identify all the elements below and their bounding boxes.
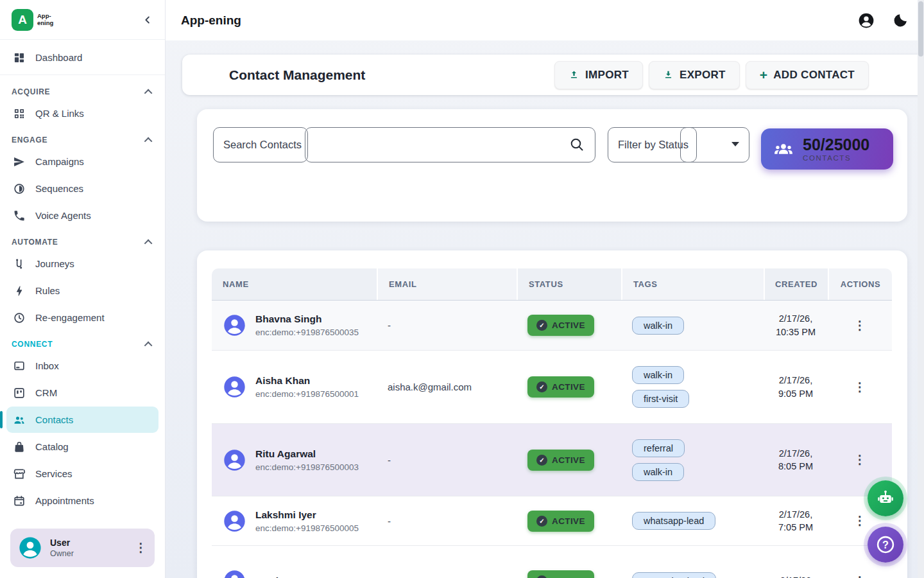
created-time: 8:05 PM (778, 460, 813, 473)
sidebar-item-contacts[interactable]: Contacts (6, 407, 158, 433)
tag-pill: whatsapp-lead (632, 512, 715, 530)
help-glyph: ? (882, 539, 889, 550)
sidebar-item-label: CRM (35, 387, 57, 398)
created-date: 2/17/26, (779, 374, 812, 387)
column-header-actions: ACTIONS (828, 268, 892, 300)
cell-status: ✓ACTIVE (517, 315, 621, 336)
cell-name: Aisha Khanenc:demo:+919876500001 (212, 375, 377, 399)
scrollbar-thumb[interactable] (918, 1, 923, 57)
cell-actions: ⋮ (828, 383, 892, 391)
phone-icon (13, 209, 26, 222)
sidebar-item-campaigns[interactable]: Campaigns (6, 148, 158, 175)
status-badge: ✓ACTIVE (527, 315, 594, 336)
sidebar-item-rules[interactable]: Rules (6, 277, 158, 304)
sidebar-item-crm[interactable]: CRM (6, 380, 158, 406)
contact-name: Ritu Agarwal (255, 448, 359, 460)
assistant-bot-fab[interactable] (868, 480, 903, 516)
sidebar-item-appointments[interactable]: Appointments (6, 487, 158, 514)
user-role: Owner (50, 549, 74, 558)
sidebar-item-sequences[interactable]: Sequences (6, 175, 158, 202)
status-label: ACTIVE (552, 382, 585, 392)
sidebar-item-catalog[interactable]: Catalog (6, 434, 158, 460)
table-row[interactable]: Ritu Agarwalenc:demo:+919876500003-✓ACTI… (212, 423, 892, 496)
chevron-up-icon (144, 239, 153, 247)
cell-status: ✓ACTIVE (517, 450, 621, 471)
cell-email: - (377, 516, 517, 527)
download-icon (663, 69, 674, 80)
user-avatar (18, 536, 42, 560)
sidebar-collapse-icon[interactable] (142, 14, 153, 26)
row-actions-menu-icon[interactable]: ⋮ (854, 322, 866, 329)
row-actions-menu-icon[interactable]: ⋮ (854, 517, 866, 525)
import-button[interactable]: IMPORT (554, 61, 643, 89)
cell-email: - (377, 455, 517, 466)
sidebar-item-re-engagement[interactable]: Re-engagement (6, 304, 158, 331)
contact-avatar-icon (223, 375, 246, 399)
status-label: ACTIVE (552, 455, 585, 465)
app-logo-icon: A (12, 9, 33, 31)
sidebar-item-label: Sequences (35, 183, 83, 194)
sidebar-item-services[interactable]: Services (6, 460, 158, 487)
contacts-count-badge: 50/25000 CONTACTS (761, 128, 893, 170)
row-actions-menu-icon[interactable]: ⋮ (854, 456, 866, 464)
upload-icon (569, 69, 579, 80)
cell-tags: whatsapp-lead (621, 512, 764, 530)
user-menu-icon[interactable]: ⋮ (135, 544, 147, 552)
sidebar-item-dashboard[interactable]: Dashboard (6, 44, 158, 71)
help-fab[interactable]: ? (868, 527, 903, 563)
page-title: App-ening (181, 13, 241, 28)
sidebar-section-connect[interactable]: CONNECT (0, 331, 165, 352)
sidebar-item-voice-agents[interactable]: Voice Agents (6, 202, 158, 229)
table-body: Bhavna Singhenc:demo:+919876500035-✓ACTI… (212, 301, 892, 578)
sidebar-item-label: Campaigns (35, 156, 84, 167)
contact-avatar-icon (223, 448, 246, 472)
dashboard-icon (13, 51, 26, 64)
table-row[interactable]: Bhavna Singhenc:demo:+919876500035-✓ACTI… (212, 301, 892, 350)
sidebar-item-label: Rules (35, 285, 60, 296)
sidebar-item-label: Services (35, 468, 73, 479)
app-logo-line2: ening (37, 20, 53, 27)
search-icon[interactable] (569, 137, 585, 155)
account-icon[interactable] (858, 12, 875, 29)
contact-phone: enc:demo:+919876500005 (255, 523, 359, 533)
sidebar-item-label: Dashboard (35, 52, 82, 63)
dark-mode-moon-icon[interactable] (893, 12, 909, 28)
column-header-name: NAME (212, 268, 377, 300)
sidebar-section-automate[interactable]: AUTOMATE (0, 229, 165, 250)
cell-name: Jyoti Rawat (212, 569, 377, 578)
people-icon (13, 414, 26, 426)
export-button[interactable]: EXPORT (649, 61, 740, 89)
status-badge: ✓ACTIVE (527, 511, 594, 532)
search-input-label: Search Contacts (223, 127, 302, 162)
sidebar-item-journeys[interactable]: Journeys (6, 250, 158, 277)
user-name: User (50, 538, 74, 548)
sidebar-item-label: Contacts (35, 414, 73, 425)
table-row[interactable]: Aisha Khanenc:demo:+919876500001aisha.k@… (212, 350, 892, 423)
clock-icon (13, 311, 26, 324)
add-contact-button[interactable]: + ADD CONTACT (746, 61, 869, 89)
contact-name: Bhavna Singh (255, 313, 359, 325)
sidebar-section-engage[interactable]: ENGAGE (0, 127, 165, 148)
row-actions-menu-icon[interactable]: ⋮ (854, 383, 866, 391)
cell-actions: ⋮ (828, 322, 892, 329)
status-filter-select[interactable]: Filter by Status (608, 127, 749, 162)
plus-icon: + (760, 68, 768, 82)
sidebar-item-qr-links[interactable]: QR & Links (6, 100, 158, 127)
search-input-outline (305, 127, 595, 162)
table-row[interactable]: Lakshmi Iyerenc:demo:+919876500005-✓ACTI… (212, 496, 892, 545)
vertical-scrollbar[interactable] (918, 0, 924, 578)
sidebar-item-label: Journeys (35, 258, 74, 269)
sidebar-section-acquire[interactable]: ACQUIRE (0, 79, 165, 100)
column-header-status: STATUS (517, 268, 621, 300)
created-date: 2/17/26 (780, 574, 811, 578)
check-icon: ✓ (536, 320, 547, 331)
user-card[interactable]: User Owner ⋮ (10, 529, 155, 567)
table-row[interactable]: Jyoti Rawat✓ACTIVEcampaign-lead2/17/26⋮ (212, 545, 892, 578)
sidebar-item-label: Catalog (35, 441, 69, 452)
section-label: ACQUIRE (12, 87, 50, 96)
search-input[interactable]: Search Contacts (213, 127, 595, 162)
sidebar-item-inbox[interactable]: Inbox (6, 353, 158, 379)
section-title: Contact Management (229, 67, 365, 83)
chevron-up-icon (144, 341, 153, 349)
tag-pill: first-visit (632, 390, 689, 408)
